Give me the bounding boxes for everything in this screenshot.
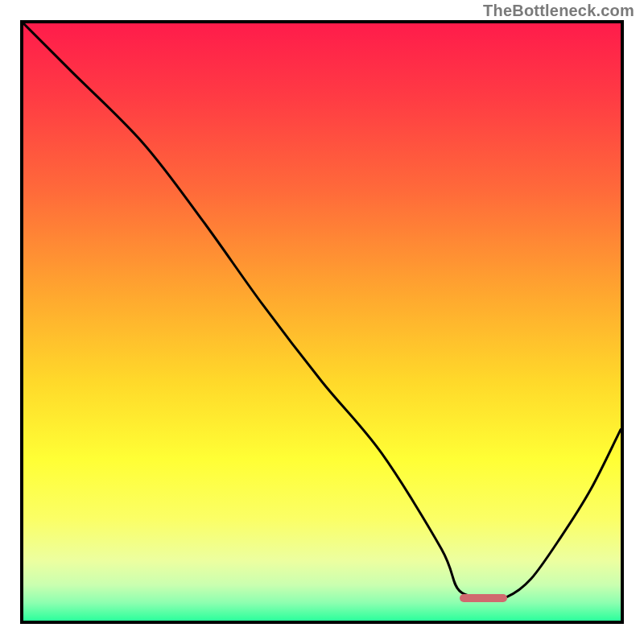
- watermark-text: TheBottleneck.com: [483, 2, 634, 20]
- bottleneck-curve: [23, 23, 621, 598]
- plot-frame: [20, 20, 624, 624]
- optimal-range-marker: [460, 594, 507, 602]
- curve-layer: [23, 23, 621, 621]
